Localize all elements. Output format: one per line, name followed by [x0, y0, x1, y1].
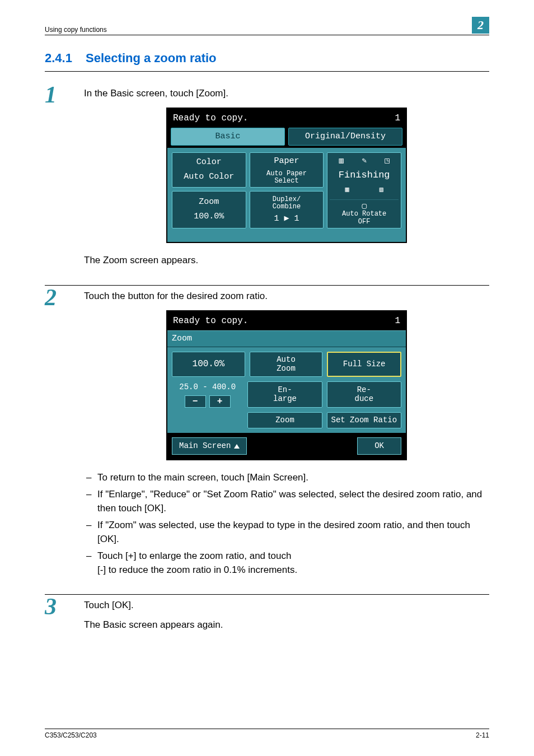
step-3-after: The Basic screen appears again.: [84, 618, 489, 632]
tab-basic[interactable]: Basic: [171, 128, 285, 146]
staple-icon: ▥: [339, 155, 344, 167]
zoom-range-control: 25.0 - 400.0 − +: [172, 381, 243, 408]
duplex-combine-button[interactable]: Duplex/ Combine 1 ▶ 1: [250, 191, 324, 228]
group-icon: ▦: [345, 185, 349, 195]
zoom-range-text: 25.0 - 400.0: [172, 381, 243, 393]
finishing-top-icons: ▥ ✎ ◳: [330, 155, 399, 167]
duplex-value: 1 ▶ 1: [251, 213, 322, 226]
step-number-2: 2: [45, 286, 84, 309]
enlarge-button[interactable]: En- large: [247, 381, 322, 408]
spacer: [172, 412, 243, 428]
auto-zoom-button[interactable]: Auto Zoom: [250, 352, 323, 377]
finishing-mid-icons: ▦ ▧: [330, 185, 399, 195]
color-button[interactable]: Color Auto Color: [172, 152, 246, 188]
step-2: 2 Touch the button for the desired zoom …: [45, 285, 489, 580]
main-screen-button[interactable]: Main Screen: [172, 437, 247, 455]
step-2-divider: [45, 285, 489, 286]
paper-button[interactable]: Paper Auto Paper Select: [250, 152, 324, 188]
step-2-text: Touch the button for the desired zoom ra…: [84, 289, 489, 304]
footer-page-number: 2-11: [476, 731, 489, 739]
sort-icon: ▧: [380, 185, 383, 195]
zoom-status-text: Ready to copy.: [173, 314, 248, 328]
footer-model: C353/C253/C203: [45, 731, 97, 739]
page-footer: C353/C253/C203 2-11: [45, 729, 489, 739]
section-title-text: Selecting a zoom ratio: [86, 51, 217, 65]
tab-original-density[interactable]: Original/Density: [288, 128, 402, 146]
step-2-bullets: –To return to the main screen, touch [Ma…: [84, 470, 489, 577]
ok-button[interactable]: OK: [357, 437, 401, 455]
return-arrow-icon: [234, 444, 240, 449]
color-label: Color: [174, 156, 245, 169]
zoom-screen: Ready to copy. 1 Zoom 100.0% Auto Zoom F…: [166, 310, 407, 461]
section-divider: [45, 71, 489, 72]
step-3: 3 Touch [OK]. The Basic screen appears a…: [45, 594, 489, 636]
paper-label: Paper: [251, 155, 322, 168]
bullet-1: To return to the main screen, touch [Mai…: [97, 470, 308, 485]
zoom-label: Zoom: [174, 196, 245, 209]
finishing-label: Finishing: [330, 168, 399, 183]
step-3-text: Touch [OK].: [84, 598, 489, 613]
fold-icon: ◳: [385, 155, 389, 167]
step-1-after: The Zoom screen appears.: [84, 253, 489, 268]
set-zoom-ratio-button[interactable]: Set Zoom Ratio: [327, 412, 401, 428]
square-icon: ▢: [330, 202, 399, 211]
bullet-3: If "Zoom" was selected, use the keypad t…: [97, 518, 489, 547]
bullet-dash: –: [84, 549, 97, 577]
bullet-2: If "Enlarge", "Reduce" or "Set Zoom Rati…: [97, 487, 489, 516]
step-1: 1 In the Basic screen, touch [Zoom]. Rea…: [45, 86, 489, 270]
reduce-button[interactable]: Re- duce: [327, 381, 401, 408]
bullet-4: Touch [+] to enlarge the zoom ratio, and…: [97, 549, 297, 577]
status-text: Ready to copy.: [173, 111, 248, 125]
header-chapter-badge: 2: [472, 17, 489, 34]
main-screen-label: Main Screen: [179, 440, 231, 452]
punch-icon: ✎: [362, 155, 366, 167]
minus-button[interactable]: −: [185, 395, 206, 408]
color-value: Auto Color: [174, 171, 245, 184]
header-left: Using copy functions: [45, 26, 107, 34]
plus-button[interactable]: +: [209, 395, 231, 408]
bullet-dash: –: [84, 470, 97, 485]
copy-count: 1: [395, 111, 400, 125]
step-number-1: 1: [45, 83, 84, 106]
bullet-dash: –: [84, 487, 97, 516]
current-zoom-display: 100.0%: [172, 352, 245, 377]
zoom-keypad-button[interactable]: Zoom: [247, 412, 322, 428]
bullet-dash: –: [84, 518, 97, 547]
duplex-label: Duplex/ Combine: [251, 196, 322, 211]
zoom-button[interactable]: Zoom 100.0%: [172, 191, 246, 228]
paper-value: Auto Paper Select: [251, 170, 322, 185]
page-header: Using copy functions 2: [45, 17, 489, 35]
screen1-footer-strip: [167, 233, 406, 242]
step-3-divider: [45, 594, 489, 595]
finishing-button[interactable]: ▥ ✎ ◳ Finishing ▦ ▧ ▢ Auto Rot: [327, 152, 401, 228]
full-size-button[interactable]: Full Size: [327, 352, 401, 377]
zoom-value: 100.0%: [174, 211, 245, 223]
autorotate-label: Auto Rotate OFF: [342, 210, 386, 225]
section-heading: 2.4.1 Selecting a zoom ratio: [45, 51, 489, 66]
zoom-copy-count: 1: [395, 314, 400, 328]
zoom-screen-title: Zoom: [167, 330, 406, 348]
section-number: 2.4.1: [45, 51, 72, 65]
step-number-3: 3: [45, 595, 84, 618]
step-1-text: In the Basic screen, touch [Zoom].: [84, 86, 489, 101]
basic-screen: Ready to copy. 1 Basic Original/Density …: [166, 108, 407, 243]
